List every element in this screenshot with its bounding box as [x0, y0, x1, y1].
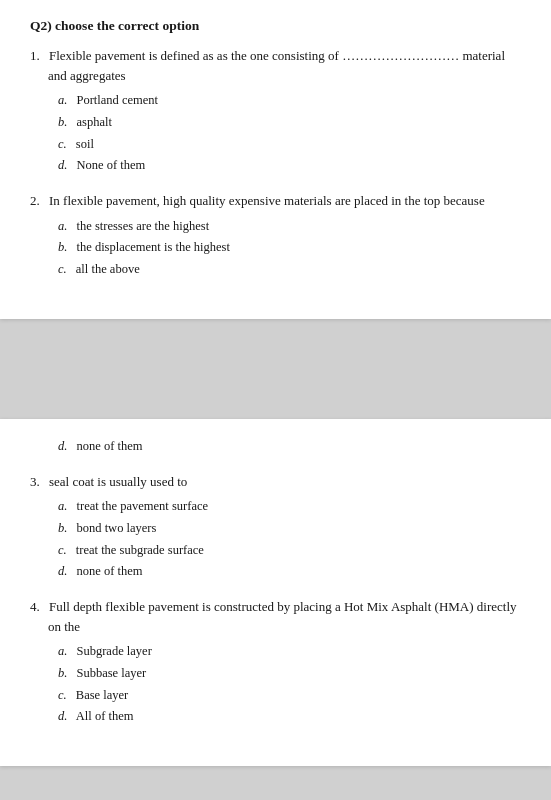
- top-card: Q2) choose the correct option 1. Flexibl…: [0, 0, 551, 319]
- q2-option-b: b. the displacement is the highest: [58, 238, 521, 257]
- q2-option-c: c. all the above: [58, 260, 521, 279]
- question-1: 1. Flexible pavement is defined as as th…: [30, 46, 521, 175]
- q3-option-d: d. none of them: [58, 562, 521, 581]
- q4-option-a: a. Subgrade layer: [58, 642, 521, 661]
- q1-num: 1.: [30, 48, 40, 63]
- q2-continued-options: d. none of them: [58, 437, 521, 456]
- q3-option-a: a. treat the pavement surface: [58, 497, 521, 516]
- bottom-card: d. none of them 3. seal coat is usually …: [0, 419, 551, 766]
- q2-option-d: d. none of them: [58, 437, 521, 456]
- question-2: 2. In flexible pavement, high quality ex…: [30, 191, 521, 279]
- q4-option-d: d. All of them: [58, 707, 521, 726]
- q1-option-d: d. None of them: [58, 156, 521, 175]
- q3-options: a. treat the pavement surface b. bond tw…: [58, 497, 521, 581]
- q4-option-b: b. Subbase layer: [58, 664, 521, 683]
- q3-num: 3.: [30, 474, 40, 489]
- page-gap: [0, 329, 551, 409]
- q2-continuation: d. none of them: [30, 437, 521, 456]
- q3-body: seal coat is usually used to: [49, 474, 187, 489]
- q4-body: Full depth flexible pavement is construc…: [48, 599, 517, 634]
- q4-option-c: c. Base layer: [58, 686, 521, 705]
- section-title: Q2) choose the correct option: [30, 18, 521, 34]
- question-3: 3. seal coat is usually used to a. treat…: [30, 472, 521, 582]
- q4-num: 4.: [30, 599, 40, 614]
- question-2-text: 2. In flexible pavement, high quality ex…: [30, 191, 521, 211]
- q3-option-c: c. treat the subgrade surface: [58, 541, 521, 560]
- q2-options: a. the stresses are the highest b. the d…: [58, 217, 521, 279]
- q3-option-b: b. bond two layers: [58, 519, 521, 538]
- question-1-text: 1. Flexible pavement is defined as as th…: [30, 46, 521, 85]
- q1-option-a: a. Portland cement: [58, 91, 521, 110]
- question-4-text: 4. Full depth flexible pavement is const…: [30, 597, 521, 636]
- question-4: 4. Full depth flexible pavement is const…: [30, 597, 521, 726]
- q1-body: Flexible pavement is defined as as the o…: [48, 48, 505, 83]
- q1-option-c: c. soil: [58, 135, 521, 154]
- q2-body: In flexible pavement, high quality expen…: [49, 193, 485, 208]
- q2-option-a: a. the stresses are the highest: [58, 217, 521, 236]
- question-3-text: 3. seal coat is usually used to: [30, 472, 521, 492]
- q1-options: a. Portland cement b. asphalt c. soil d.…: [58, 91, 521, 175]
- q2-num: 2.: [30, 193, 40, 208]
- q1-option-b: b. asphalt: [58, 113, 521, 132]
- q4-options: a. Subgrade layer b. Subbase layer c. Ba…: [58, 642, 521, 726]
